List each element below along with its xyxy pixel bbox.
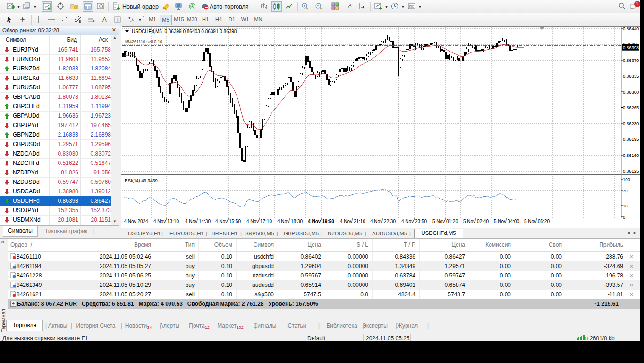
svg-text:5 Nov 05:20: 5 Nov 05:20 [524,219,550,224]
svg-text:4 Nov 13:10: 4 Nov 13:10 [153,219,179,224]
svg-text:4 Nov 19:50: 4 Nov 19:50 [308,219,334,224]
svg-text:4 Nov 23:50: 4 Nov 23:50 [401,219,427,224]
svg-text:4 Nov 17:10: 4 Nov 17:10 [246,219,272,224]
svg-text:0.86125: 0.86125 [623,168,639,173]
svg-text:#84261110 sell 0.10: #84261110 sell 0.10 [125,39,162,44]
svg-text:70: 70 [623,188,628,193]
svg-text:0.86230: 0.86230 [623,121,639,126]
svg-text:5 Nov 02:40: 5 Nov 02:40 [463,219,489,224]
svg-text:A: A [102,16,107,23]
svg-text:0.86335: 0.86335 [623,73,639,78]
svg-text:E: E [79,20,81,23]
svg-text:0.86440: 0.86440 [623,26,639,31]
svg-text:T: T [116,17,119,23]
svg-text:0.86195: 0.86195 [623,137,639,142]
svg-text:5 Nov 01:20: 5 Nov 01:20 [432,219,458,224]
svg-text:30: 30 [623,203,628,208]
svg-text:0.86160: 0.86160 [623,153,639,158]
svg-text:4 Nov 21:10: 4 Nov 21:10 [340,219,365,224]
svg-text:0: 0 [623,215,625,220]
svg-text:F: F [93,20,94,23]
svg-text:USDCHFd,M5 0.86399 0.86403 0.: USDCHFd,M5 0.86399 0.86403 0.86391 0.863… [132,29,237,34]
svg-text:0.86300: 0.86300 [623,89,639,95]
svg-text:0.86398: 0.86398 [623,45,639,50]
svg-text:4 Nov 15:50: 4 Nov 15:50 [215,219,241,224]
svg-text:4 Nov 22:30: 4 Nov 22:30 [370,219,396,224]
svg-text:5 Nov 04:00: 5 Nov 04:00 [494,219,519,224]
svg-text:4 Nov 2024: 4 Nov 2024 [124,219,148,224]
svg-text:0.86370: 0.86370 [623,58,639,63]
svg-text:100: 100 [623,177,630,182]
svg-text:4 Nov 18:30: 4 Nov 18:30 [277,219,303,224]
svg-text:RSI(14) 49.3439: RSI(14) 49.3439 [125,178,158,183]
svg-text:0.86265: 0.86265 [623,105,639,110]
svg-text:4 Nov 14:30: 4 Nov 14:30 [185,219,211,224]
